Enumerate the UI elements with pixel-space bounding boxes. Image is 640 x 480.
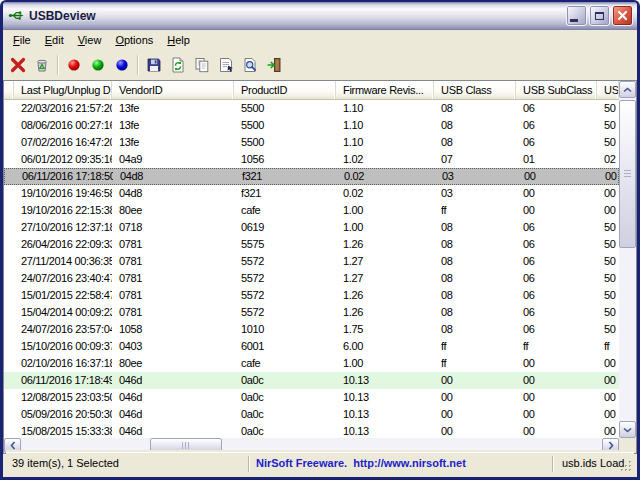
cell: 0a0c <box>234 389 336 406</box>
table-row[interactable]: 19/10/2016 22:15:3880eecafe1.00ff0000 <box>4 202 619 219</box>
table-row[interactable]: 26/04/2016 22:09:33078155751.26080650 <box>4 236 619 253</box>
scroll-down-button[interactable] <box>619 421 636 438</box>
scroll-left-button[interactable] <box>4 438 21 453</box>
column-header-2[interactable]: VendorID <box>112 81 234 100</box>
chevron-down-icon <box>623 427 632 433</box>
cell: 80ee <box>112 202 234 219</box>
cell: 06/01/2012 09:35:16 <box>14 151 112 168</box>
table-row[interactable]: 12/08/2015 23:03:50046d0a0c10.13000000 <box>4 389 619 406</box>
table-row[interactable]: 06/11/2016 17:18:49046d0a0c10.13000000 <box>4 372 619 389</box>
cell: f321 <box>235 169 337 184</box>
scrollbar-corner <box>619 438 636 453</box>
column-header-0[interactable] <box>4 81 14 100</box>
table-row[interactable]: 27/11/2014 00:36:35078155721.27080650 <box>4 253 619 270</box>
cell: 06 <box>516 236 597 253</box>
cell: 0.02 <box>336 185 434 202</box>
table-row[interactable]: 08/06/2016 00:27:1613fe55001.10080650 <box>4 117 619 134</box>
table-row[interactable]: 19/10/2016 19:46:5804d8f3210.02030000 <box>4 185 619 202</box>
cell: 00 <box>516 185 597 202</box>
cell: 00 <box>516 389 597 406</box>
column-header-7[interactable]: USB <box>597 81 619 100</box>
table-row[interactable]: 24/07/2016 23:40:47078155721.27080650 <box>4 270 619 287</box>
cell: 15/10/2016 00:09:37 <box>14 338 112 355</box>
device-icon-cell <box>4 406 14 423</box>
cell: 50 <box>597 236 619 253</box>
menu-file[interactable]: File <box>6 32 38 49</box>
horizontal-scroll-thumb[interactable] <box>150 438 222 453</box>
table-row[interactable]: 15/01/2015 22:58:47078155721.26080650 <box>4 287 619 304</box>
exit-button[interactable] <box>262 53 286 77</box>
maximize-button[interactable] <box>589 5 610 26</box>
table-row[interactable]: 15/08/2015 15:33:38046d0a0c10.13000000 <box>4 423 619 437</box>
usb-app-icon <box>8 7 25 24</box>
find-button[interactable] <box>238 53 262 77</box>
scroll-right-button[interactable] <box>602 438 619 453</box>
cell: 50 <box>597 270 619 287</box>
cell: 1.26 <box>336 287 434 304</box>
cell: 06 <box>516 134 597 151</box>
column-header-4[interactable]: Firmware Revis... <box>336 81 434 100</box>
column-header-5[interactable]: USB Class <box>434 81 516 100</box>
status-nirsoft-link[interactable]: NirSoft Freeware. http://www.nirsoft.net <box>250 453 552 474</box>
cell: 05/09/2016 20:50:30 <box>14 406 112 423</box>
title-bar[interactable]: USBDeview <box>3 2 637 30</box>
cell: 0403 <box>112 338 234 355</box>
column-header-3[interactable]: ProductID <box>234 81 336 100</box>
cell: 00 <box>598 169 618 184</box>
table-row[interactable]: 22/03/2016 21:57:2013fe55001.10080650 <box>4 100 619 117</box>
cell: 03 <box>435 169 517 184</box>
column-header-1[interactable]: Last Plug/Unplug D... <box>14 81 112 100</box>
green-ball-button[interactable] <box>86 53 110 77</box>
cell: 5572 <box>234 287 336 304</box>
table-row[interactable]: 27/10/2016 12:37:18071806191.00080650 <box>4 219 619 236</box>
cell: 1.10 <box>336 134 434 151</box>
menu-edit[interactable]: Edit <box>38 32 71 49</box>
table-row[interactable]: 15/10/2016 00:09:37040360016.00ffffff <box>4 338 619 355</box>
cell: 15/01/2015 22:58:47 <box>14 287 112 304</box>
cell: 0.02 <box>337 169 435 184</box>
copy-button[interactable] <box>190 53 214 77</box>
cell: 00 <box>517 169 598 184</box>
cell: 08/06/2016 00:27:16 <box>14 117 112 134</box>
scroll-up-button[interactable] <box>619 81 636 98</box>
cell: 15/04/2014 00:09:23 <box>14 304 112 321</box>
blue-ball-button[interactable] <box>110 53 134 77</box>
cell: 00 <box>597 406 619 423</box>
cell: 1.02 <box>336 151 434 168</box>
vertical-scrollbar[interactable] <box>619 81 636 438</box>
red-ball-button[interactable] <box>62 53 86 77</box>
cell: 5500 <box>234 100 336 117</box>
table-row[interactable]: 02/10/2016 16:37:1880eecafe1.00ff0000 <box>4 355 619 372</box>
table-row[interactable]: 24/07/2016 23:57:04105810101.75080650 <box>4 321 619 338</box>
refresh-button[interactable] <box>166 53 190 77</box>
column-header-6[interactable]: USB SubClass <box>516 81 597 100</box>
menu-view[interactable]: View <box>71 32 109 49</box>
cell: 6.00 <box>336 338 434 355</box>
vertical-scroll-thumb[interactable] <box>619 100 636 248</box>
cell: 07/02/2016 16:47:20 <box>14 134 112 151</box>
save-button[interactable] <box>142 53 166 77</box>
cell: 08 <box>434 117 516 134</box>
cell: 046d <box>112 372 234 389</box>
table-row[interactable]: 06/11/2016 17:18:5004d8f3210.02030000 <box>4 168 619 185</box>
horizontal-scrollbar[interactable] <box>4 438 619 453</box>
table-row[interactable]: 05/09/2016 20:50:30046d0a0c10.13000000 <box>4 406 619 423</box>
menu-options[interactable]: Options <box>108 32 160 49</box>
cell: 24/07/2016 23:40:47 <box>14 270 112 287</box>
find-icon <box>241 56 259 74</box>
table-row[interactable]: 06/01/2012 09:35:1604a910561.02070102 <box>4 151 619 168</box>
resize-grip-icon[interactable] <box>620 460 633 473</box>
blue-ball-icon <box>114 57 130 73</box>
cell: 00 <box>597 202 619 219</box>
cell: 00 <box>516 372 597 389</box>
table-row[interactable]: 07/02/2016 16:47:2013fe55001.10080650 <box>4 134 619 151</box>
properties-button[interactable] <box>214 53 238 77</box>
cell: 1.10 <box>336 117 434 134</box>
remove-device-button[interactable] <box>30 53 54 77</box>
uninstall-button[interactable] <box>6 53 30 77</box>
minimize-button[interactable] <box>566 5 587 26</box>
close-button[interactable] <box>612 5 633 26</box>
table-row[interactable]: 15/04/2014 00:09:23078155721.26080650 <box>4 304 619 321</box>
cell: 00 <box>516 406 597 423</box>
menu-help[interactable]: Help <box>160 32 197 49</box>
